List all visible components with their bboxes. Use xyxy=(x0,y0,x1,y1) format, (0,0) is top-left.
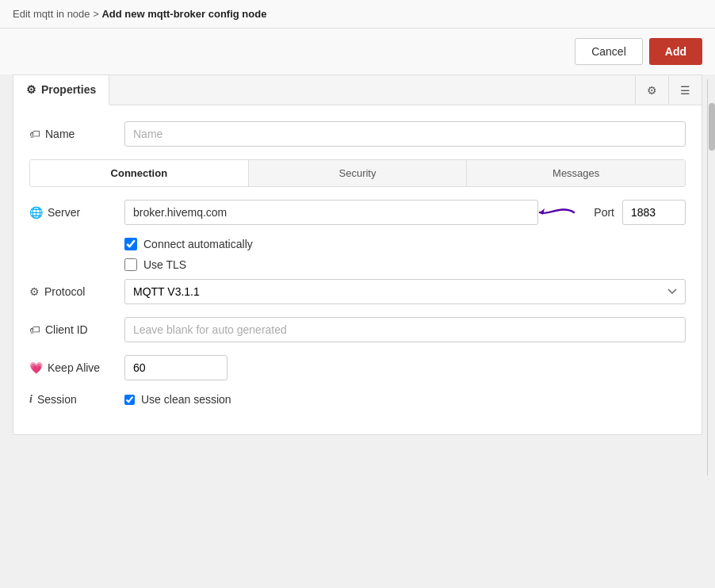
connect-auto-label[interactable]: Connect automatically xyxy=(143,238,253,250)
connect-auto-checkbox[interactable] xyxy=(124,238,137,250)
keep-alive-row: 💗 Keep Alive xyxy=(29,355,686,380)
session-icon: i xyxy=(29,393,32,406)
settings-icon-button[interactable]: ⚙ xyxy=(636,76,668,105)
clean-session-label[interactable]: Use clean session xyxy=(141,393,231,406)
server-icon: 🌐 xyxy=(29,206,43,219)
use-tls-row: Use TLS xyxy=(124,258,686,271)
server-input-wrap xyxy=(124,200,538,225)
server-input[interactable] xyxy=(124,200,538,225)
scrollbar[interactable] xyxy=(707,79,715,475)
keep-alive-icon: 💗 xyxy=(29,361,43,374)
keep-alive-label: 💗 Keep Alive xyxy=(29,361,117,374)
keep-alive-input[interactable] xyxy=(124,355,228,380)
properties-label: Properties xyxy=(41,83,96,96)
scroll-thumb[interactable] xyxy=(709,103,715,151)
clean-session-checkbox[interactable] xyxy=(124,395,135,405)
port-input[interactable] xyxy=(622,200,686,225)
svg-marker-0 xyxy=(540,208,545,215)
breadcrumb-prefix: Edit mqtt in node > xyxy=(13,8,101,20)
name-input[interactable] xyxy=(124,121,686,147)
tab-properties[interactable]: ⚙ Properties xyxy=(13,75,109,105)
tab-security[interactable]: Security xyxy=(249,160,468,186)
add-button[interactable]: Add xyxy=(649,38,702,65)
tab-header: ⚙ Properties ⚙ ☰ xyxy=(13,75,702,105)
port-label: Port xyxy=(594,206,614,219)
description-icon-button[interactable]: ☰ xyxy=(668,76,702,105)
main-panel: ⚙ Properties ⚙ ☰ 🏷 Name Connection xyxy=(13,74,702,435)
session-row: i Session Use clean session xyxy=(29,393,686,406)
protocol-icon: ⚙ xyxy=(29,285,40,298)
use-tls-label[interactable]: Use TLS xyxy=(143,258,186,271)
use-tls-checkbox[interactable] xyxy=(124,258,137,271)
protocol-row: ⚙ Protocol MQTT V3.1.1 MQTT V5 MQTT V3.1 xyxy=(29,279,686,304)
tab-messages[interactable]: Messages xyxy=(467,160,685,186)
client-id-icon: 🏷 xyxy=(29,323,40,336)
sub-tabs: Connection Security Messages xyxy=(29,159,686,187)
cancel-button[interactable]: Cancel xyxy=(575,38,643,65)
breadcrumb-bold: Add new mqtt-broker config node xyxy=(101,8,266,20)
arrow-annotation xyxy=(538,200,578,224)
header-actions: Cancel Add xyxy=(0,29,715,74)
session-label: i Session xyxy=(29,393,117,406)
connect-auto-row: Connect automatically xyxy=(124,238,686,250)
tab-header-icons: ⚙ ☰ xyxy=(635,76,702,105)
name-row: 🏷 Name xyxy=(29,121,686,147)
breadcrumb: Edit mqtt in node > Add new mqtt-broker … xyxy=(0,0,715,29)
name-icon: 🏷 xyxy=(29,128,40,140)
client-id-input[interactable] xyxy=(124,317,686,342)
client-id-label: 🏷 Client ID xyxy=(29,323,117,336)
tab-connection[interactable]: Connection xyxy=(30,160,249,186)
session-checkbox-wrap: Use clean session xyxy=(124,393,231,406)
protocol-label: ⚙ Protocol xyxy=(29,285,117,298)
client-id-row: 🏷 Client ID xyxy=(29,317,686,342)
server-label: 🌐 Server xyxy=(29,206,117,219)
server-row: 🌐 Server Port xyxy=(29,200,686,225)
properties-gear-icon: ⚙ xyxy=(26,83,36,96)
name-label: 🏷 Name xyxy=(29,128,117,140)
form-area: 🏷 Name Connection Security Messages xyxy=(13,105,702,434)
protocol-select[interactable]: MQTT V3.1.1 MQTT V5 MQTT V3.1 xyxy=(124,279,686,304)
